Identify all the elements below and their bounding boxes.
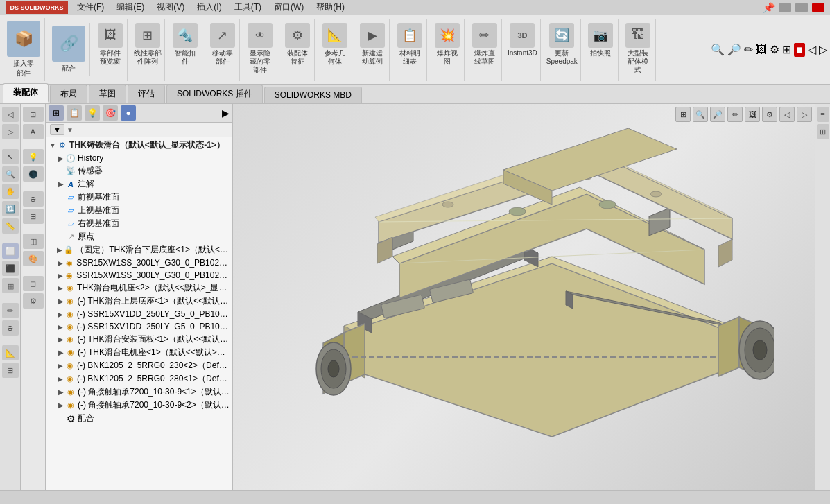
- left-icon-section[interactable]: ⊞: [2, 363, 19, 378]
- menu-edit[interactable]: 编辑(E): [114, 1, 146, 14]
- tree-root-item[interactable]: ▼ ⚙ THK铸铁滑台（默认<默认_显示状态-1>）: [46, 139, 232, 152]
- tree-item-history[interactable]: ▶ 🕐 History: [46, 152, 232, 164]
- tree-item-right-plane[interactable]: ▱ 右视基准面: [46, 217, 232, 230]
- toolbar-btn-preview[interactable]: 🖼 零部件预览窗: [93, 19, 128, 81]
- sensor-expand-icon[interactable]: [57, 167, 65, 175]
- tree-item-front-plane[interactable]: ▱ 前视基准面: [46, 191, 232, 204]
- toolbar-btn-ref-geo[interactable]: 📐 参考几何体: [318, 19, 352, 81]
- toolbar-btn-snapshot[interactable]: 📷 拍快照: [584, 19, 619, 81]
- view-zoom-out-icon[interactable]: 🔎: [710, 107, 725, 122]
- left2-icon-settings[interactable]: ⚙: [23, 293, 44, 309]
- tree-expand-icon[interactable]: ▶: [222, 107, 230, 119]
- history-expand-icon[interactable]: ▶: [57, 154, 65, 162]
- tree-content[interactable]: ▼ ⚙ THK铸铁滑台（默认<默认_显示状态-1>） ▶ 🕐 History 📡…: [46, 137, 232, 504]
- menu-window[interactable]: 窗口(W): [272, 1, 306, 14]
- tree-item-origin[interactable]: ↗ 原点: [46, 230, 232, 243]
- view-image-icon[interactable]: 🖼: [756, 44, 767, 56]
- toolbar-btn-create[interactable]: 📦 插入零部件: [3, 18, 45, 81]
- menu-tools[interactable]: 工具(T): [232, 1, 263, 14]
- right-icon-1[interactable]: ≡: [817, 107, 829, 122]
- motor2-expand[interactable]: ▶: [57, 284, 65, 293]
- toolbar-btn-move[interactable]: ↗ 移动零部件: [205, 19, 240, 81]
- left-icon-ruler[interactable]: 📏: [2, 218, 19, 234]
- tree-item-ssrv2[interactable]: ▶ ◉ (-) SSR15XV1DD_250LY_G5_0_PB1021…: [46, 320, 232, 333]
- toolbar-btn-show-hide[interactable]: 👁 显示隐藏的零部件: [243, 19, 277, 81]
- bnk1-expand[interactable]: ▶: [56, 362, 64, 370]
- tree-tab-config[interactable]: 💡: [85, 105, 100, 121]
- bnk2-expand[interactable]: ▶: [56, 375, 64, 383]
- toolbar-btn-instant3d[interactable]: 3D Instant3D: [505, 19, 541, 81]
- left2-icon-select[interactable]: ◻: [23, 276, 44, 291]
- left-icon-view3[interactable]: ▦: [2, 278, 19, 293]
- toolbar-btn-large-assembly[interactable]: 🏗 大型装配体模式: [621, 19, 656, 81]
- left-icon-zoom[interactable]: 🔍: [2, 166, 19, 182]
- toolbar-btn-explode[interactable]: 💥 爆炸视图: [430, 19, 465, 81]
- bearing1-expand[interactable]: ▶: [57, 388, 65, 397]
- left2-icon-normal[interactable]: A: [23, 124, 44, 139]
- menu-bar[interactable]: 文件(F) 编辑(E) 视图(V) 插入(I) 工具(T) 窗口(W) 帮助(H…: [75, 1, 347, 14]
- view-search-icon[interactable]: 🔍: [711, 43, 725, 56]
- ssr2-expand[interactable]: ▶: [56, 271, 64, 279]
- right-icon-2[interactable]: ⊞: [817, 124, 829, 139]
- left-icon-view2[interactable]: ⬛: [2, 261, 19, 276]
- left-icon-measure[interactable]: 📐: [2, 345, 19, 360]
- left2-icon-light[interactable]: 💡: [23, 149, 44, 164]
- left2-icon-color[interactable]: 🎨: [23, 251, 44, 266]
- filter-button[interactable]: ▼: [50, 124, 64, 135]
- view-nav-icon[interactable]: ◁: [808, 43, 816, 56]
- view-search2-icon[interactable]: 🔎: [727, 43, 741, 56]
- tree-item-sensor[interactable]: 📡 传感器: [46, 164, 232, 177]
- tab-assembly[interactable]: 装配体: [3, 83, 49, 103]
- menu-help[interactable]: 帮助(H): [314, 1, 347, 14]
- tree-item-bearing2[interactable]: ▶ ◉ (-) 角接触轴承7200_10-30-9<2>（默认…: [46, 399, 232, 412]
- tree-item-motor1[interactable]: ▶ ◉ (-) THK滑台电机座<1>（默认<<默认>_…: [46, 346, 232, 359]
- close-icon[interactable]: [812, 3, 824, 12]
- tree-item-fixed-base[interactable]: ▶ 🔒 （固定）THK滑台下层底座<1>（默认<<默认…: [46, 243, 232, 257]
- view-orient-icon[interactable]: ⊞: [675, 107, 691, 122]
- view-display-icon[interactable]: 🖼: [745, 107, 760, 122]
- view-settings-icon[interactable]: ⚙: [762, 107, 777, 122]
- menu-insert[interactable]: 插入(I): [195, 1, 223, 14]
- left-icon-arrow[interactable]: ◁: [2, 107, 19, 122]
- root-expand-icon[interactable]: ▼: [49, 141, 57, 150]
- left-icon-pencil[interactable]: ✏: [2, 303, 19, 318]
- left2-icon-fit[interactable]: ⊡: [23, 107, 44, 122]
- tree-item-ssr2[interactable]: ▶ ◉ SSR15XW1SS_300LY_G30_0_PB1021B_…: [46, 269, 232, 281]
- tree-item-annotation[interactable]: ▶ A 注解: [46, 177, 232, 191]
- tree-item-top-base[interactable]: ▶ ◉ (-) THK滑台上层底座<1>（默认<<默认>…: [46, 295, 232, 308]
- toolbar-btn-speedpak[interactable]: 🔄 更新Speedpak: [544, 19, 581, 81]
- left-icon-pan[interactable]: ✋: [2, 184, 19, 199]
- view-stop-icon[interactable]: ■: [794, 43, 805, 57]
- tree-tab-display[interactable]: 🎯: [103, 105, 118, 121]
- view-right-icon[interactable]: ▷: [819, 43, 827, 56]
- tree-tab-circle[interactable]: ●: [121, 105, 136, 121]
- tab-sw-plugins[interactable]: SOLIDWORKS 插件: [166, 85, 263, 103]
- tree-tab-feature[interactable]: ⊞: [49, 105, 64, 121]
- toolbar-btn-motion[interactable]: ▶ 新建运动算例: [355, 19, 390, 81]
- left2-icon-grid[interactable]: ⊞: [23, 209, 44, 224]
- tree-item-mate[interactable]: ⚙ 配合: [46, 412, 232, 425]
- tree-item-top-plane[interactable]: ▱ 上视基准面: [46, 204, 232, 217]
- menu-file[interactable]: 文件(F): [75, 1, 106, 14]
- tree-item-motor2[interactable]: ▶ ◉ THK滑台电机座<2>（默认<<默认>_显示…: [46, 281, 232, 295]
- pin-icon[interactable]: 📌: [763, 2, 775, 13]
- tree-item-ssrv1[interactable]: ▶ ◉ (-) SSR15XV1DD_250LY_G5_0_PB1021…: [46, 308, 232, 320]
- ssrv1-expand[interactable]: ▶: [56, 310, 64, 318]
- view-pen-icon[interactable]: ✏: [744, 43, 753, 56]
- view-more-icon[interactable]: ⊞: [782, 43, 791, 56]
- ssr1-expand[interactable]: ▶: [56, 259, 64, 267]
- toolbar-btn-smart[interactable]: 🔩 智能扣件: [168, 19, 202, 81]
- tab-sketch[interactable]: 草图: [89, 85, 126, 103]
- fixed-base-expand[interactable]: ▶: [56, 246, 64, 254]
- tree-item-bearing1[interactable]: ▶ ◉ (-) 角接触轴承7200_10-30-9<1>（默认…: [46, 385, 232, 399]
- tab-mbd[interactable]: SOLIDWORKS MBD: [264, 87, 362, 103]
- annotation-expand-icon[interactable]: ▶: [57, 180, 65, 189]
- tree-item-panel1[interactable]: ▶ ◉ (-) THK滑台安装面板<1>（默认<<默认>…: [46, 333, 232, 346]
- maximize-icon[interactable]: [795, 3, 808, 12]
- left-icon-dimension[interactable]: ⊕: [2, 320, 19, 336]
- view-gear-icon[interactable]: ⚙: [770, 43, 779, 56]
- ssrv2-expand[interactable]: ▶: [56, 322, 64, 331]
- toolbar-btn-explode-line[interactable]: ✏ 爆炸直线草图: [467, 19, 502, 81]
- viewport-3d[interactable]: ⊞ 🔍 🔎 ✏ 🖼 ⚙ ◁ ▷: [233, 104, 815, 504]
- left2-icon-section2[interactable]: ◫: [23, 234, 44, 249]
